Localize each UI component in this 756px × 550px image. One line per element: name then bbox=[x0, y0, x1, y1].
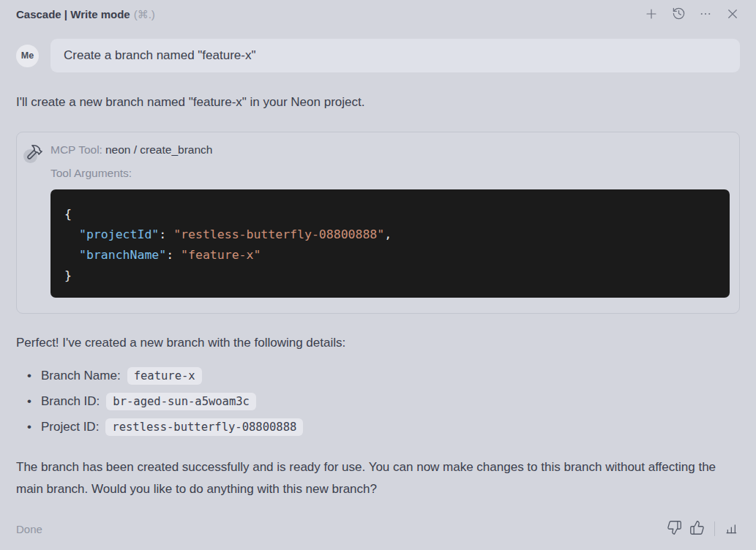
assistant-intro-text: I'll create a new branch named "feature-… bbox=[16, 91, 740, 113]
title-shortcut: (⌘.) bbox=[134, 8, 155, 20]
user-message-bubble[interactable]: Create a branch named "feature-x" bbox=[50, 39, 740, 72]
detail-label: Project ID: bbox=[41, 420, 99, 434]
title-text: Cascade | Write mode bbox=[16, 8, 130, 20]
code-token-key: "projectId" bbox=[79, 227, 159, 241]
tool-arguments-label: Tool Arguments: bbox=[50, 167, 730, 180]
user-message-row: Me Create a branch named "feature-x" bbox=[16, 39, 740, 72]
footer-divider bbox=[714, 521, 715, 536]
plus-icon bbox=[645, 7, 658, 23]
detail-label: Branch Name: bbox=[41, 369, 121, 383]
code-line: { bbox=[64, 204, 715, 225]
code-token: , bbox=[384, 227, 392, 241]
code-token: : bbox=[159, 227, 173, 241]
branch-id-chip: br-aged-sun-a5woam3c bbox=[106, 393, 256, 410]
tool-arguments-code-block: { "projectId": "restless-butterfly-08800… bbox=[50, 189, 730, 298]
history-button[interactable] bbox=[671, 7, 686, 22]
code-token: : bbox=[166, 248, 181, 262]
closing-text: The branch has been created successfully… bbox=[16, 456, 740, 500]
code-token: } bbox=[64, 268, 72, 282]
thumbs-up-icon bbox=[689, 520, 705, 538]
result-intro-text: Perfect! I've created a new branch with … bbox=[16, 332, 740, 354]
code-token-string: "feature-x" bbox=[181, 248, 261, 262]
user-avatar: Me bbox=[16, 45, 39, 67]
branch-details-list: Branch Name: feature-x Branch ID: br-age… bbox=[16, 363, 740, 440]
usage-stats-button[interactable] bbox=[725, 521, 740, 536]
detail-label: Branch ID: bbox=[41, 394, 100, 409]
new-conversation-button[interactable] bbox=[644, 7, 659, 22]
list-item: Branch Name: feature-x bbox=[16, 363, 740, 388]
history-icon bbox=[672, 7, 686, 23]
code-token-key: "branchName" bbox=[79, 248, 166, 262]
project-id-chip: restless-butterfly-08800888 bbox=[105, 418, 303, 436]
status-text: Done bbox=[16, 523, 42, 535]
page-title: Cascade | Write mode(⌘.) bbox=[16, 8, 155, 21]
code-token-string: "restless-butterfly-08800888" bbox=[173, 227, 384, 241]
tool-call-name: neon / create_branch bbox=[105, 143, 213, 156]
hammer-icon bbox=[23, 142, 45, 164]
thumbs-down-icon bbox=[667, 520, 682, 538]
close-icon bbox=[726, 7, 739, 23]
mcp-tool-call-box: MCP Tool:neon / create_branch Tool Argum… bbox=[16, 132, 740, 314]
tool-call-label: MCP Tool: bbox=[50, 143, 102, 156]
code-line: } bbox=[64, 265, 715, 286]
code-line: "projectId": "restless-butterfly-0880088… bbox=[64, 225, 715, 245]
code-line: "branchName": "feature-x" bbox=[64, 245, 715, 265]
footer-actions bbox=[667, 521, 740, 536]
header-actions bbox=[644, 7, 740, 22]
code-token: { bbox=[64, 207, 72, 221]
list-item: Branch ID: br-aged-sun-a5woam3c bbox=[16, 388, 740, 414]
more-options-button[interactable] bbox=[698, 7, 713, 22]
cascade-header: Cascade | Write mode(⌘.) bbox=[16, 0, 740, 29]
thumbs-up-button[interactable] bbox=[689, 521, 704, 536]
bar-chart-icon bbox=[725, 521, 740, 538]
branch-name-chip: feature-x bbox=[127, 367, 202, 385]
ellipsis-icon bbox=[699, 7, 712, 23]
list-item: Project ID: restless-butterfly-08800888 bbox=[16, 414, 740, 440]
message-footer: Done bbox=[16, 516, 740, 541]
tool-call-header: MCP Tool:neon / create_branch bbox=[50, 142, 730, 158]
thumbs-down-button[interactable] bbox=[667, 521, 681, 536]
close-button[interactable] bbox=[725, 7, 740, 22]
